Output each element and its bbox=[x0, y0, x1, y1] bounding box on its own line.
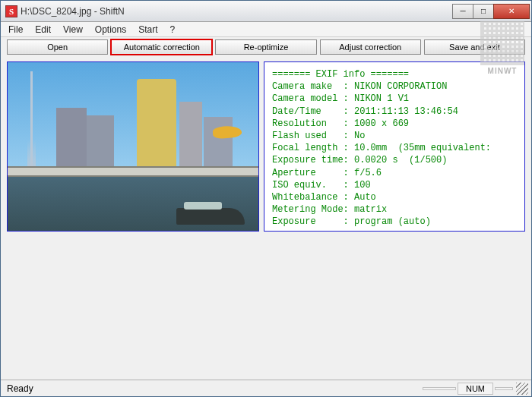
empty-area bbox=[1, 233, 531, 380]
menu-edit[interactable]: Edit bbox=[29, 23, 57, 36]
preview-building bbox=[87, 115, 114, 170]
exif-header: ======= EXIF info ======= bbox=[272, 69, 409, 80]
status-cell-empty bbox=[423, 387, 456, 390]
preview-building bbox=[204, 117, 233, 170]
maximize-button[interactable]: □ bbox=[473, 4, 494, 19]
resize-grip[interactable] bbox=[516, 383, 528, 395]
status-ready: Ready bbox=[4, 383, 421, 394]
exif-exposure-time: Exposure time: 0.0020 s (1/500) bbox=[272, 155, 447, 165]
status-bar: Ready NUM bbox=[1, 380, 531, 396]
title-bar: S H:\DSC_8204.jpg - ShiftN ─ □ ✕ bbox=[1, 1, 531, 22]
status-cell-empty bbox=[495, 387, 513, 390]
toolbar: Open Automatic correction Re-optimize Ad… bbox=[1, 37, 531, 57]
menu-start[interactable]: Start bbox=[132, 23, 163, 36]
re-optimize-button[interactable]: Re-optimize bbox=[215, 39, 316, 55]
adjust-correction-button[interactable]: Adjust correction bbox=[320, 39, 421, 55]
window-title: H:\DSC_8204.jpg - ShiftN bbox=[21, 6, 453, 17]
menu-file[interactable]: File bbox=[2, 23, 29, 36]
exif-focal-length: Focal length : 10.0mm (35mm equivalent: bbox=[272, 143, 491, 153]
preview-building bbox=[56, 108, 87, 170]
content-area: ======= EXIF info ======= Camera make : … bbox=[1, 57, 531, 233]
exif-exposure-mode: Exposure : program (auto) bbox=[272, 216, 431, 227]
exif-resolution: Resolution : 1000 x 669 bbox=[272, 118, 409, 129]
app-window: S H:\DSC_8204.jpg - ShiftN ─ □ ✕ File Ed… bbox=[0, 0, 532, 397]
window-controls: ─ □ ✕ bbox=[453, 4, 530, 19]
open-button[interactable]: Open bbox=[7, 39, 108, 55]
save-and-exit-button[interactable]: Save and exit bbox=[424, 39, 525, 55]
preview-building-gold bbox=[137, 79, 176, 170]
app-icon: S bbox=[5, 5, 17, 17]
automatic-correction-button[interactable]: Automatic correction bbox=[111, 39, 212, 55]
exif-datetime: Date/Time : 2011:11:13 13:46:54 bbox=[272, 106, 458, 117]
exif-camera-make: Camera make : NIKON CORPORATION bbox=[272, 81, 447, 92]
exif-metering: Metering Mode: matrix bbox=[272, 204, 387, 215]
minimize-button[interactable]: ─ bbox=[452, 4, 473, 19]
preview-building bbox=[179, 102, 202, 170]
exif-info-panel: ======= EXIF info ======= Camera make : … bbox=[264, 61, 525, 232]
image-preview[interactable] bbox=[7, 61, 259, 232]
menu-options[interactable]: Options bbox=[89, 23, 132, 36]
preview-skytree bbox=[30, 71, 33, 170]
status-num-lock: NUM bbox=[458, 383, 493, 395]
exif-iso: ISO equiv. : 100 bbox=[272, 180, 371, 191]
close-button[interactable]: ✕ bbox=[493, 4, 530, 19]
exif-aperture: Aperture : f/5.6 bbox=[272, 168, 382, 178]
preview-highway bbox=[8, 166, 258, 177]
exif-whitebalance: Whitebalance : Auto bbox=[272, 192, 376, 203]
menu-help[interactable]: ? bbox=[164, 23, 182, 36]
exif-flash: Flash used : No bbox=[272, 131, 365, 141]
menu-view[interactable]: View bbox=[57, 23, 89, 36]
exif-camera-model: Camera model : NIKON 1 V1 bbox=[272, 93, 409, 104]
menu-bar: File Edit View Options Start ? bbox=[1, 22, 531, 37]
preview-boat bbox=[176, 208, 245, 225]
